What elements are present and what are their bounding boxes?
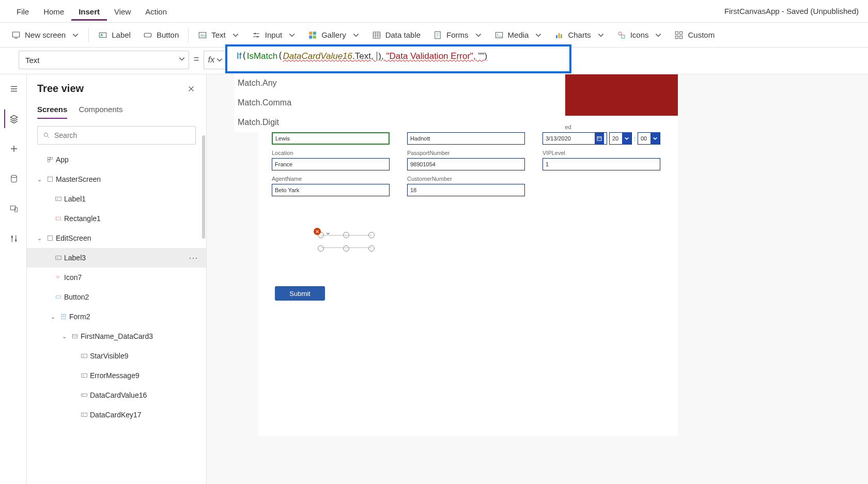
input-firstname[interactable] — [272, 132, 390, 145]
layers-icon — [9, 114, 19, 123]
svg-rect-65 — [82, 374, 87, 378]
select-hour[interactable]: 20 — [609, 132, 632, 145]
svg-line-49 — [48, 136, 49, 138]
canvas-area: ❮ New / Edit Customers FirstName LastNam… — [207, 74, 868, 484]
svg-rect-2 — [99, 33, 106, 37]
svg-rect-64 — [82, 354, 87, 358]
input-passport[interactable] — [407, 158, 525, 170]
icons-dropdown[interactable]: Icons — [611, 27, 669, 43]
chevron-down-icon — [178, 55, 185, 63]
close-icon[interactable] — [187, 84, 196, 93]
resize-handle[interactable] — [368, 245, 375, 252]
tree-node-masterscreen[interactable]: ⌄ MasterScreen — [27, 169, 206, 189]
svg-point-48 — [44, 133, 48, 136]
rail-media[interactable] — [4, 199, 23, 218]
input-custno[interactable] — [407, 184, 525, 196]
tree-node-errormessage9[interactable]: ErrorMessage9 — [27, 366, 206, 385]
svg-rect-57 — [56, 256, 61, 260]
calendar-icon[interactable] — [595, 133, 604, 144]
svg-rect-30 — [676, 32, 678, 34]
menu-insert[interactable]: Insert — [71, 2, 107, 21]
input-lastname[interactable] — [407, 132, 525, 145]
tree-node-label1[interactable]: Label1 — [27, 189, 206, 209]
rail-data[interactable] — [4, 169, 23, 188]
button-button[interactable]: Button — [137, 27, 185, 43]
app-title: FirstCanvasApp - Saved (Unpublished) — [724, 2, 859, 21]
svg-rect-45 — [15, 240, 17, 241]
gallery-dropdown[interactable]: Gallery — [302, 27, 366, 43]
tree-node-label3[interactable]: Label3 ⋯ — [27, 248, 206, 268]
fx-button[interactable]: fx — [204, 51, 227, 69]
tree-node-starvisible9[interactable]: StarVisible9 — [27, 346, 206, 366]
new-screen-button[interactable]: New screen — [5, 27, 85, 43]
svg-point-7 — [254, 33, 256, 34]
tree-node-datacardkey17[interactable]: DataCardKey17 — [27, 405, 206, 425]
form-icon — [60, 313, 67, 320]
table-icon — [372, 30, 381, 40]
sliders-icon — [252, 30, 261, 40]
label-icon — [55, 254, 62, 261]
text-dropdown[interactable]: Abc Text — [192, 27, 245, 43]
media-dropdown[interactable]: Media — [488, 27, 549, 43]
datacard-icon — [71, 333, 79, 340]
resize-handle[interactable] — [318, 245, 324, 252]
main-layout: Tree view Screens Components App ⌄ Maste… — [0, 74, 868, 484]
select-minute[interactable]: 00 — [638, 132, 660, 145]
input-date[interactable]: 3/13/2020 — [542, 132, 607, 145]
rail-tree-view[interactable] — [4, 110, 23, 128]
resize-handle[interactable] — [343, 245, 349, 252]
svg-text:Abc: Abc — [200, 34, 207, 37]
tree-node-icon7[interactable]: Icon7 — [27, 268, 206, 287]
label-viplevel: VIPLevel — [542, 150, 660, 156]
svg-point-9 — [257, 36, 258, 37]
tree-node-editscreen[interactable]: ⌄ EditScreen — [27, 228, 206, 248]
chevron-down-icon — [535, 32, 542, 39]
tree-search-input[interactable] — [37, 126, 196, 145]
search-field[interactable] — [54, 131, 190, 139]
autocomplete-item[interactable]: Match.Digit — [235, 113, 565, 132]
tree-node-app[interactable]: App — [27, 150, 206, 169]
tree-scrollbar[interactable] — [202, 135, 205, 239]
input-location[interactable] — [272, 158, 390, 170]
forms-dropdown[interactable]: Forms — [427, 27, 488, 43]
tree-node-button2[interactable]: Button2 — [27, 287, 206, 307]
input-agent[interactable] — [272, 184, 390, 196]
tree-node-firstname-datacard[interactable]: ⌄ FirstName_DataCard3 — [27, 326, 206, 346]
autocomplete-item[interactable]: Match.Any — [235, 73, 565, 93]
ribbon-bar: New screen Label Button Abc Text Input G… — [0, 23, 868, 48]
label-icon — [81, 352, 88, 360]
tree-node-rectangle1[interactable]: Rectangle1 — [27, 209, 206, 228]
search-icon — [43, 132, 50, 139]
rail-advanced[interactable] — [4, 229, 23, 248]
menu-view[interactable]: View — [107, 2, 138, 21]
svg-rect-0 — [12, 32, 20, 37]
tab-screens[interactable]: Screens — [37, 102, 67, 119]
property-selector[interactable]: Text — [19, 51, 189, 69]
rail-insert[interactable] — [4, 139, 23, 158]
charts-dropdown[interactable]: Charts — [548, 27, 610, 43]
tree-node-datacardvalue16[interactable]: DataCardValue16 — [27, 385, 206, 405]
submit-button[interactable]: Submit — [275, 286, 325, 301]
formula-bar-row: Text = fx If(IsMatch(DataCardValue16.Tex… — [0, 48, 868, 74]
rail-hamburger[interactable] — [4, 80, 23, 98]
input-dropdown[interactable]: Input — [245, 27, 302, 43]
svg-rect-69 — [597, 137, 601, 141]
data-table-button[interactable]: Data table — [366, 27, 427, 43]
formula-input[interactable]: If(IsMatch(DataCardValue16.Text, ), "Dat… — [237, 51, 487, 61]
tree-node-form2[interactable]: ⌄ Form2 — [27, 307, 206, 326]
menu-home[interactable]: Home — [36, 2, 71, 21]
tab-components[interactable]: Components — [79, 102, 122, 119]
svg-rect-51 — [51, 157, 53, 159]
selected-label-control[interactable]: ✕ ⌄ — [318, 232, 375, 252]
more-icon[interactable]: ⋯ — [189, 252, 201, 263]
menu-file[interactable]: File — [9, 2, 36, 21]
autocomplete-item[interactable]: Match.Comma — [235, 93, 565, 113]
svg-rect-32 — [676, 36, 678, 38]
label-button[interactable]: Label — [92, 27, 137, 43]
chevron-down-icon — [72, 32, 79, 39]
menu-action[interactable]: Action — [138, 2, 174, 21]
input-viplevel[interactable] — [542, 158, 660, 170]
custom-dropdown[interactable]: Custom — [668, 27, 721, 43]
app-icon — [47, 156, 54, 163]
svg-rect-50 — [48, 157, 50, 159]
